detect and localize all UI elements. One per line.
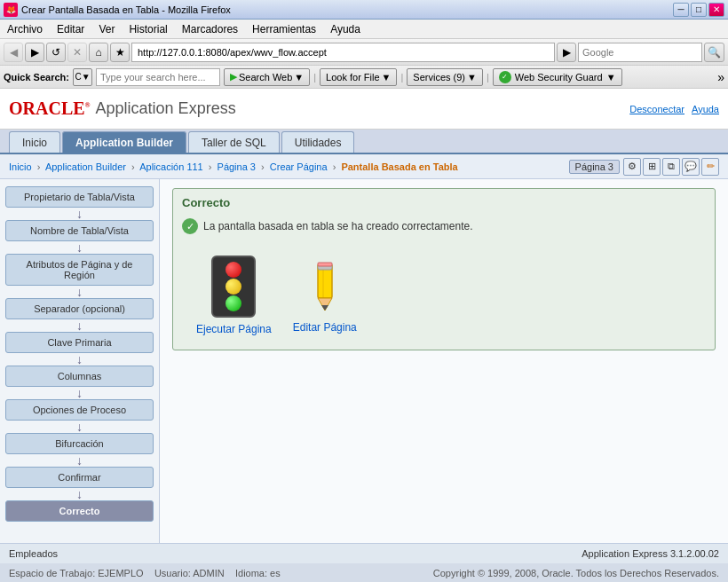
- close-button[interactable]: ✕: [708, 3, 724, 17]
- wsg-label: Web Security Guard: [515, 72, 603, 83]
- tab-inicio[interactable]: Inicio: [9, 131, 60, 153]
- sidebar-step-propietario[interactable]: Propietario de Tabla/Vista: [5, 186, 154, 208]
- home-button[interactable]: ⌂: [89, 43, 108, 62]
- sidebar-step-confirmar[interactable]: Confirmar: [5, 467, 154, 488]
- menu-herramientas[interactable]: Herramientas: [249, 21, 320, 37]
- success-icon: ✓: [182, 218, 198, 234]
- sidebar-step-atributos[interactable]: Atributos de Página y de Región: [5, 254, 154, 286]
- success-title: Correcto: [182, 196, 706, 209]
- menu-ver[interactable]: Ver: [95, 21, 118, 37]
- light-green: [226, 295, 241, 311]
- shield-icon: ✓: [499, 71, 511, 83]
- svg-rect-4: [318, 263, 332, 266]
- sidebar-step-opciones[interactable]: Opciones de Proceso: [5, 399, 154, 421]
- pencil-icon: [303, 258, 347, 316]
- back-button[interactable]: ◀: [4, 43, 23, 62]
- look-for-file-label: Look for File: [326, 72, 380, 83]
- oracle-logo: ORACLE® Application Express: [9, 98, 236, 119]
- menu-archivo[interactable]: Archivo: [4, 21, 46, 37]
- tab-utilidades[interactable]: Utilidades: [281, 131, 355, 153]
- arrow7: ↓: [5, 421, 154, 433]
- menu-historial[interactable]: Historial: [125, 21, 170, 37]
- arrow6: ↓: [5, 387, 154, 399]
- services-button[interactable]: Services (9) ▼: [407, 68, 483, 86]
- light-yellow: [226, 279, 241, 295]
- tab-taller-sql[interactable]: Taller de SQL: [188, 131, 280, 153]
- footer-employees: Empleados: [9, 548, 58, 559]
- main-content: Propietario de Tabla/Vista ↓ Nombre de T…: [0, 179, 728, 543]
- arrow3: ↓: [5, 286, 154, 298]
- bc-sep5: ›: [333, 161, 336, 172]
- sidebar-step-bifurcacion[interactable]: Bifurcación: [5, 433, 154, 454]
- search-go-button[interactable]: 🔍: [704, 43, 724, 62]
- sidebar-step-columnas[interactable]: Columnas: [5, 366, 154, 387]
- address-bar[interactable]: [131, 43, 555, 62]
- content-area: Correcto ✓ La pantalla basada en tabla s…: [160, 179, 728, 543]
- quick-c-button[interactable]: C▼: [73, 68, 92, 86]
- search-input[interactable]: [578, 43, 702, 62]
- bc-application-builder[interactable]: Application Builder: [45, 161, 126, 172]
- bc-crear-pagina[interactable]: Crear Página: [270, 161, 328, 172]
- sidebar-step-separador[interactable]: Separador (opcional): [5, 298, 154, 319]
- arrow2: ↓: [5, 241, 154, 254]
- page-layout-icon[interactable]: ⊞: [643, 158, 661, 176]
- bc-sep1: ›: [37, 161, 41, 172]
- bc-sep2: ›: [131, 161, 135, 172]
- arrow5: ↓: [5, 353, 154, 366]
- page-properties-icon[interactable]: ⚙: [623, 158, 641, 176]
- bc-aplicacion[interactable]: Aplicación 111: [139, 161, 203, 172]
- arrow9: ↓: [5, 488, 154, 500]
- oracle-text: ORACLE®: [9, 98, 91, 119]
- stop-button[interactable]: ✕: [67, 43, 87, 62]
- forward-button[interactable]: ▶: [25, 43, 44, 62]
- look-for-file-button[interactable]: Look for File ▼: [320, 68, 397, 86]
- minimize-button[interactable]: ─: [673, 3, 689, 17]
- success-box: Correcto ✓ La pantalla basada en tabla s…: [172, 188, 716, 350]
- maximize-button[interactable]: □: [691, 3, 707, 17]
- run-page-button[interactable]: Ejecutar Página: [196, 256, 272, 335]
- web-security-guard-button[interactable]: ✓ Web Security Guard ▼: [493, 68, 622, 86]
- footer-bottom: Espacio de Trabajo: EJEMPLO Usuario: ADM…: [0, 563, 728, 582]
- menu-ayuda[interactable]: Ayuda: [327, 21, 364, 37]
- page-info: Página 3 ⚙ ⊞ ⧉ 💬 ✏: [569, 158, 719, 176]
- dropdown-icon: ▼: [294, 72, 304, 83]
- footer-copyright: Copyright © 1999, 2008, Oracle. Todos lo…: [433, 568, 719, 578]
- bc-sep4: ›: [261, 161, 265, 172]
- go-button[interactable]: ▶: [557, 43, 576, 62]
- bc-inicio[interactable]: Inicio: [9, 161, 32, 172]
- apex-subtitle: Application Express: [96, 99, 236, 118]
- page-copy-icon[interactable]: ⧉: [662, 158, 680, 176]
- dropdown-icon4: ▼: [606, 72, 616, 83]
- edit-page-label: Editar Página: [293, 321, 357, 334]
- menu-marcadores[interactable]: Marcadores: [178, 21, 241, 37]
- search-web-button[interactable]: ▶ Search Web ▼: [224, 68, 310, 86]
- sidebar-step-correcto: Correcto: [5, 500, 154, 522]
- tab-application-builder[interactable]: Application Builder: [62, 131, 186, 153]
- play-icon: ▶: [230, 71, 237, 83]
- edit-page-button[interactable]: Editar Página: [293, 258, 357, 334]
- page-comment-icon[interactable]: 💬: [682, 158, 700, 176]
- quick-search-input[interactable]: [96, 68, 220, 86]
- page-edit-icon[interactable]: ✏: [701, 158, 719, 176]
- help-link[interactable]: Ayuda: [692, 104, 719, 114]
- oracle-tm: ®: [85, 101, 91, 109]
- separator2: |: [400, 72, 403, 83]
- menu-editar[interactable]: Editar: [53, 21, 88, 37]
- success-message: ✓ La pantalla basada en tabla se ha crea…: [182, 218, 706, 234]
- workspace-label: Espacio de Trabajo: EJEMPLO: [9, 568, 144, 578]
- light-red: [226, 262, 241, 278]
- toolbar-extend-icon[interactable]: »: [717, 70, 724, 84]
- footer-workspace-info: Espacio de Trabajo: EJEMPLO Usuario: ADM…: [9, 568, 281, 578]
- run-page-label: Ejecutar Página: [196, 323, 272, 335]
- sidebar-step-clave[interactable]: Clave Primaria: [5, 332, 154, 353]
- bc-active: Pantalla Basada en Tabla: [341, 161, 457, 172]
- arrow4: ↓: [5, 319, 154, 332]
- bookmark-button[interactable]: ★: [110, 43, 130, 62]
- sidebar-step-nombre[interactable]: Nombre de Tabla/Vista: [5, 220, 154, 241]
- arrow8: ↓: [5, 454, 154, 467]
- disconnect-link[interactable]: Desconectar: [629, 104, 684, 114]
- tab-inicio-label: Inicio: [22, 137, 47, 149]
- refresh-button[interactable]: ↺: [46, 43, 66, 62]
- bc-pagina3[interactable]: Página 3: [218, 161, 256, 172]
- search-web-label: Search Web: [239, 72, 292, 83]
